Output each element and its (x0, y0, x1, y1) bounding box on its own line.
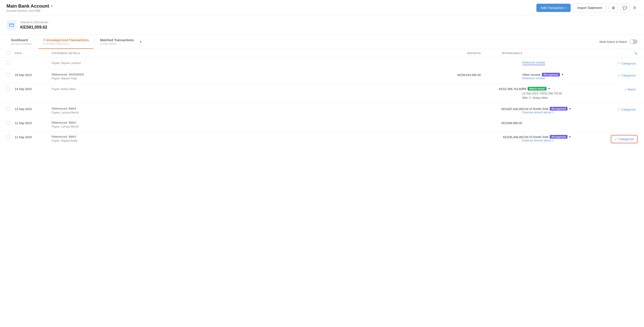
col-search[interactable]: 🔍 (601, 52, 638, 55)
row4-ref-link[interactable]: Expense amount above 1 (522, 111, 554, 114)
col-statement-details: STATEMENT DETAILS (52, 52, 439, 54)
row5-deposits (439, 121, 481, 121)
amount-info: Amount in Zoho Books KES81,059.62 (20, 21, 48, 30)
row1-withdrawals (481, 61, 522, 61)
col-date[interactable]: DATE ↕ (15, 52, 52, 54)
header-left: Main Bank Account ▾ Account Number: xxxx… (6, 3, 52, 12)
col-withdrawals: WITHDRAWALS (481, 52, 522, 54)
account-title: Main Bank Account (6, 3, 49, 9)
header-right: Add Transaction ▾ Import Statement ⚙ 💬 ✕ (536, 3, 638, 12)
row4-ai-icon: ✦ (569, 107, 571, 110)
row6-withdrawals: KES35,446.00 (481, 135, 522, 139)
row3-withdrawals: KES2,356,753.60 (481, 87, 522, 91)
multi-select-match: Multi-Select & Match (600, 39, 638, 44)
row3-category: Bill Match found ✦ 14 Sep 2023 • KES2,35… (522, 87, 601, 100)
table-row: 19 Sep 2023 Reference#: INV000003 Payee:… (0, 69, 644, 84)
row6-categorize-button[interactable]: ✓ Categorize (611, 135, 638, 143)
import-statement-button[interactable]: Import Statement (573, 3, 606, 12)
row4-action: ✓ Categorize (601, 107, 638, 112)
row1-checkbox[interactable] (6, 61, 15, 64)
amount-value: KES81,059.62 (20, 25, 48, 30)
row3-action: ✓ Match (601, 87, 638, 92)
uncategorized-tab-text: Uncategorized Transactions (46, 38, 89, 42)
row5-statement: Reference#: Bill#2 Payee: Larissa Merrit… (52, 121, 439, 128)
checkmark-icon: ✓ (618, 62, 620, 65)
amount-section: Amount in Zoho Books KES81,059.62 (0, 16, 644, 34)
tab-divider-1 (37, 37, 38, 46)
tab-dashboard[interactable]: Dashboard Account Summary (6, 34, 36, 49)
row2-categorize-button[interactable]: ✓ Categorize (616, 73, 638, 78)
row4-ref: Reference#: Bill#4 (52, 107, 439, 110)
gear-icon: ⚙ (612, 6, 615, 10)
row3-category-name: Bill Match found ✦ (522, 87, 601, 90)
tab-matched[interactable]: Matched Transactions In Zoho Books (96, 34, 138, 49)
row1-category: Reference number (522, 61, 601, 65)
toggle-knob (630, 40, 634, 43)
checkmark-icon: ✓ (618, 108, 620, 111)
row4-checkbox[interactable] (6, 107, 15, 110)
row4-deposits (439, 107, 481, 107)
table-row: 12 Sep 2023 Reference#: Bill#3 Payee: Na… (0, 132, 644, 147)
chat-icon: 💬 (622, 6, 627, 10)
chat-button[interactable]: 💬 (620, 3, 630, 12)
row6-checkbox[interactable] (6, 135, 15, 139)
row2-checkbox[interactable] (6, 73, 15, 76)
add-transaction-button[interactable]: Add Transaction ▾ (536, 4, 570, 12)
table-row: 12 Sep 2023 Reference#: Bill#2 Payee: La… (0, 118, 644, 132)
amount-label: Amount in Zoho Books (20, 21, 48, 24)
row6-ref-link[interactable]: Expense amount above 1 (522, 139, 554, 142)
multi-select-toggle[interactable] (629, 39, 638, 44)
table-row: 13 Sep 2023 Reference#: Bill#4 Payee: La… (0, 104, 644, 118)
table-header: DATE ↕ STATEMENT DETAILS DEPOSITS WITHDR… (0, 49, 644, 57)
row6-ai-icon: ✦ (569, 135, 571, 138)
row4-categorize-button[interactable]: ✓ Categorize (616, 107, 638, 112)
row4-statement: Reference#: Bill#4 Payee: Larissa Merrit… (52, 107, 439, 114)
row5-date: 12 Sep 2023 (15, 121, 52, 125)
close-button[interactable]: ✕ (632, 4, 638, 11)
checkmark-icon: ✓ (614, 137, 617, 141)
account-dropdown-icon[interactable]: ▾ (51, 4, 52, 8)
row1-categorize-button[interactable]: ✓ Categorize (616, 61, 638, 66)
row2-date: 19 Sep 2023 (15, 73, 52, 77)
row1-ref-link[interactable]: Reference number (522, 61, 545, 64)
row1-date (15, 61, 52, 61)
row6-category: Cost of Goods Sold Recognized ✦ Expense … (522, 135, 601, 142)
search-icon[interactable]: 🔍 (634, 52, 638, 54)
row5-ref: Reference#: Bill#2 (52, 121, 439, 124)
row1-statement: Payee: Dejuan Lambert (52, 61, 439, 65)
row5-withdrawals: KES356,995.92 (481, 121, 522, 125)
row5-checkbox[interactable] (6, 121, 15, 125)
uncategorized-tab-subtitle: From Bank Statements (43, 42, 89, 45)
row6-category-name: Cost of Goods Sold Recognized ✦ (522, 135, 601, 139)
row3-match-button[interactable]: ✓ Match (622, 87, 638, 92)
matched-tab-label: Matched Transactions (100, 38, 134, 42)
tab-uncategorized[interactable]: 7 Uncategorized Transactions From Bank S… (38, 34, 93, 49)
tabs-section: Dashboard Account Summary 7 Uncategorize… (0, 34, 644, 49)
row4-date: 13 Sep 2023 (15, 107, 52, 111)
amount-icon (6, 20, 16, 30)
row2-ref: Reference#: INV000003 (52, 73, 439, 76)
checkbox-all[interactable] (6, 51, 15, 55)
row2-action: ✓ Categorize (601, 73, 638, 78)
header: Main Bank Account ▾ Account Number: xxxx… (0, 0, 644, 16)
row2-ref-link[interactable]: Reference number (522, 77, 545, 80)
row2-category-name: Other Income Recognized ✦ (522, 73, 601, 76)
row2-category-label: Other Income (522, 73, 540, 76)
multi-select-label: Multi-Select & Match (600, 40, 627, 43)
row3-payee: Payee: Bailey Miles (52, 87, 439, 91)
tab-dropdown-icon[interactable]: ▾ (138, 39, 143, 45)
account-number: Account Number: xxxx7890 (6, 9, 52, 12)
row6-statement: Reference#: Bill#3 Payee: Nagma Balay (52, 135, 439, 142)
row4-category-name: Cost of Goods Sold Recognized ✦ (522, 107, 601, 110)
row2-payee: Payee: Manish Patel (52, 77, 439, 80)
row4-category-label: Cost of Goods Sold (522, 107, 548, 110)
dashboard-tab-subtitle: Account Summary (11, 42, 32, 45)
row2-statement: Reference#: INV000003 Payee: Manish Pate… (52, 73, 439, 80)
row1-action: ✓ Categorize (601, 61, 638, 66)
svg-rect-0 (10, 24, 14, 27)
settings-button[interactable]: ⚙ (609, 3, 618, 12)
row3-deposits (439, 87, 481, 87)
row3-checkbox[interactable] (6, 87, 15, 90)
row2-withdrawals (481, 73, 522, 73)
row3-badge: Match found (528, 87, 546, 90)
